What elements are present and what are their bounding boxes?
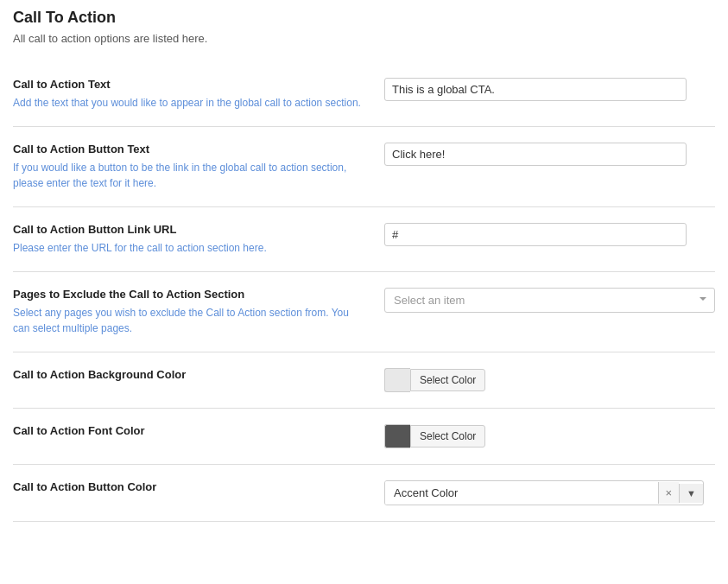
section-control-cta-button-url: [384, 223, 715, 246]
section-control-cta-text: [384, 78, 715, 101]
section-row-cta-font-color: Call to Action Font ColorSelect Color: [13, 409, 715, 465]
section-row-cta-button-url: Call to Action Button Link URLPlease ent…: [13, 207, 715, 272]
page-title: Call To Action: [13, 9, 715, 27]
dropdown-value-cta-button-color: Accent Color: [385, 481, 658, 505]
section-control-cta-button-text: [384, 143, 715, 166]
dropdown-arrow-cta-button-color[interactable]: ▼: [679, 484, 703, 503]
section-label-cta-button-url: Call to Action Button Link URLPlease ent…: [13, 223, 384, 256]
dropdown-wrapper-cta-button-color: Accent Color×▼: [384, 480, 704, 505]
section-row-cta-button-text: Call to Action Button TextIf you would l…: [13, 127, 715, 207]
section-heading-cta-button-text: Call to Action Button Text: [13, 143, 367, 156]
section-label-cta-text: Call to Action TextAdd the text that you…: [13, 78, 384, 111]
color-select-btn-cta-bg-color[interactable]: Select Color: [410, 369, 485, 391]
section-row-cta-bg-color: Call to Action Background ColorSelect Co…: [13, 352, 715, 409]
text-input-cta-button-url[interactable]: [384, 223, 687, 246]
section-label-cta-button-text: Call to Action Button TextIf you would l…: [13, 143, 384, 191]
page-subtitle: All call to action options are listed he…: [13, 32, 715, 45]
section-heading-cta-font-color: Call to Action Font Color: [13, 424, 367, 437]
section-label-cta-bg-color: Call to Action Background Color: [13, 368, 384, 385]
section-control-cta-bg-color: Select Color: [384, 368, 715, 392]
section-row-cta-exclude-pages: Pages to Exclude the Call to Action Sect…: [13, 272, 715, 352]
section-row-cta-button-color: Call to Action Button ColorAccent Color×…: [13, 465, 715, 522]
section-label-cta-exclude-pages: Pages to Exclude the Call to Action Sect…: [13, 288, 384, 336]
section-heading-cta-button-url: Call to Action Button Link URL: [13, 223, 367, 236]
section-description-cta-exclude-pages: Select any pages you wish to exclude the…: [13, 305, 367, 336]
color-wrapper-cta-font-color: Select Color: [384, 424, 485, 448]
section-row-cta-text: Call to Action TextAdd the text that you…: [13, 62, 715, 127]
section-heading-cta-exclude-pages: Pages to Exclude the Call to Action Sect…: [13, 288, 367, 301]
section-control-cta-button-color: Accent Color×▼: [384, 480, 715, 505]
section-description-cta-text: Add the text that you would like to appe…: [13, 95, 367, 111]
dropdown-clear-cta-button-color[interactable]: ×: [658, 482, 680, 504]
section-label-cta-font-color: Call to Action Font Color: [13, 424, 384, 441]
text-input-cta-text[interactable]: [384, 78, 687, 101]
section-control-cta-font-color: Select Color: [384, 424, 715, 448]
select-cta-exclude-pages[interactable]: Select an item: [384, 288, 715, 313]
section-description-cta-button-url: Please enter the URL for the call to act…: [13, 240, 367, 256]
color-wrapper-cta-bg-color: Select Color: [384, 368, 485, 392]
color-swatch-cta-bg-color: [384, 368, 410, 392]
color-select-btn-cta-font-color[interactable]: Select Color: [410, 425, 485, 448]
text-input-cta-button-text[interactable]: [384, 143, 687, 166]
section-description-cta-button-text: If you would like a button to be the lin…: [13, 160, 367, 191]
section-heading-cta-bg-color: Call to Action Background Color: [13, 368, 367, 381]
color-swatch-cta-font-color: [384, 424, 410, 448]
select-wrapper-cta-exclude-pages: Select an item: [384, 288, 715, 313]
section-heading-cta-button-color: Call to Action Button Color: [13, 480, 367, 493]
section-label-cta-button-color: Call to Action Button Color: [13, 480, 384, 498]
section-heading-cta-text: Call to Action Text: [13, 78, 367, 91]
section-control-cta-exclude-pages: Select an item: [384, 288, 715, 313]
